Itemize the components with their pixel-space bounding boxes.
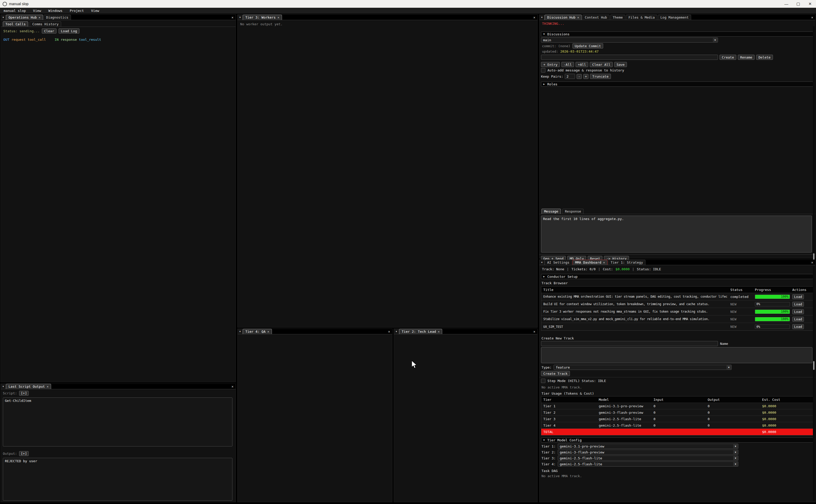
- tab-list-icon[interactable]: ▼: [539, 260, 545, 265]
- discussions-section-header[interactable]: ▼ Discussions: [541, 31, 813, 37]
- output-textarea[interactable]: REJECTED by user: [3, 458, 232, 501]
- tab-tier2-tech-lead[interactable]: Tier 2: Tech Lead ×: [399, 329, 442, 334]
- panel-close-icon[interactable]: ✕: [533, 330, 535, 334]
- menu-item-manual-slop[interactable]: manual slop: [4, 9, 26, 13]
- update-commit-button[interactable]: Update Commit: [572, 43, 603, 48]
- track-row: UX_SIM_TEST NEW 0% Load: [541, 323, 814, 330]
- panel-close-icon[interactable]: ✕: [388, 330, 390, 334]
- panel-close-icon[interactable]: ✕: [811, 15, 813, 19]
- panel-close-icon[interactable]: ✕: [533, 15, 535, 19]
- tier1-model-select[interactable]: gemini-3.1-pro-preview ▼: [558, 444, 738, 449]
- load-button[interactable]: Load: [792, 309, 804, 314]
- usage-row: Tier 4 gemini-2.5-flash-lite 0 0 $0.0000: [541, 422, 814, 429]
- load-button[interactable]: Load: [792, 324, 804, 329]
- subtab-response[interactable]: Response: [562, 209, 584, 214]
- tier2-model-select[interactable]: gemini-3-flash-preview ▼: [558, 450, 738, 455]
- roles-section-header[interactable]: ▶ Roles: [541, 82, 813, 87]
- delete-button[interactable]: Delete: [756, 55, 773, 60]
- tab-list-icon[interactable]: ▼: [1, 384, 6, 389]
- close-icon[interactable]: ✕: [804, 0, 816, 8]
- tab-tier3-workers[interactable]: Tier 3: Workers ×: [243, 15, 282, 20]
- tier3-model-select[interactable]: gemini-2.5-flash-lite ▼: [558, 456, 738, 461]
- discussion-select[interactable]: main ▼: [541, 37, 718, 43]
- truncate-button[interactable]: Truncate: [590, 74, 611, 79]
- tab-list-icon[interactable]: ▼: [1, 15, 6, 20]
- message-textarea[interactable]: Read the first 10 lines of aggregate.py.: [541, 216, 812, 253]
- autoadd-checkbox[interactable]: [541, 68, 545, 72]
- track-type-select[interactable]: feature ▼: [554, 365, 732, 370]
- clear-all-button[interactable]: Clear All: [590, 62, 612, 67]
- script-textarea[interactable]: Get-ChildItem: [3, 397, 232, 446]
- save-button[interactable]: Save: [614, 62, 627, 67]
- create-button[interactable]: Create: [720, 55, 736, 60]
- add-entry-button[interactable]: + Entry: [541, 62, 560, 67]
- new-track-name-input[interactable]: [541, 341, 718, 346]
- cost-value: $0.0000: [616, 267, 630, 271]
- load-button[interactable]: Load: [792, 302, 804, 307]
- subtab-comms-history[interactable]: Comms History: [30, 21, 61, 27]
- expand-all-button[interactable]: +All: [576, 62, 588, 67]
- menu-item-project[interactable]: Project: [70, 9, 84, 13]
- keep-pairs-input[interactable]: [565, 74, 575, 79]
- subtab-message[interactable]: Message: [542, 209, 561, 214]
- tab-files-media[interactable]: Files & Media: [626, 15, 657, 20]
- menu-item-view-2[interactable]: View: [91, 9, 99, 13]
- panel-close-icon[interactable]: ✕: [231, 385, 233, 388]
- window-title: manual slop: [9, 2, 29, 6]
- tab-discussion-hub[interactable]: Discussion Hub ×: [545, 15, 582, 20]
- new-track-desc-textarea[interactable]: [541, 347, 812, 363]
- menu-item-view[interactable]: View: [33, 9, 41, 13]
- track-title: Enhance existing MMA orchestration GUI: …: [541, 295, 728, 298]
- keep-pairs-minus-button[interactable]: -: [577, 74, 582, 79]
- menu-item-windows[interactable]: Windows: [48, 9, 62, 13]
- tab-close-icon[interactable]: ×: [277, 16, 279, 19]
- tab-tier4-qa[interactable]: Tier 4: QA ×: [243, 329, 272, 334]
- tab-list-icon[interactable]: ▼: [539, 15, 545, 20]
- tab-mma-dashboard[interactable]: MMA Dashboard ×: [572, 260, 608, 265]
- subtab-tool-calls[interactable]: Tool Calls: [3, 21, 28, 27]
- load-button[interactable]: Load: [792, 294, 804, 299]
- tab-close-icon[interactable]: ×: [267, 330, 269, 334]
- tab-close-icon[interactable]: ×: [577, 16, 579, 19]
- script-expand-button[interactable]: [+]: [19, 391, 29, 396]
- scrollbar-thumb[interactable]: [813, 361, 814, 370]
- tab-tier1-strategy[interactable]: Tier 1: Strategy: [608, 260, 645, 265]
- output-expand-button[interactable]: [+]: [19, 451, 29, 456]
- tab-context-hub[interactable]: Context Hub: [582, 15, 610, 20]
- legend-request: request tool_call: [11, 38, 46, 42]
- tier2-tech-lead-panel: ▼ Tier 2: Tech Lead × ✕: [394, 329, 538, 502]
- keep-pairs-label: Keep Pairs:: [541, 75, 563, 78]
- load-log-button[interactable]: Load Log: [59, 28, 79, 34]
- tab-list-icon[interactable]: ▼: [394, 329, 399, 334]
- clear-button[interactable]: Clear: [42, 28, 56, 34]
- create-track-button[interactable]: Create Track: [541, 371, 570, 376]
- minimize-icon[interactable]: —: [780, 0, 792, 8]
- maximize-icon[interactable]: ▢: [792, 0, 804, 8]
- tier-model-config-header[interactable]: ▼ Tier Model Config: [541, 437, 813, 443]
- tab-close-icon[interactable]: ×: [47, 385, 49, 388]
- panel-close-icon[interactable]: ✕: [231, 15, 233, 19]
- panel-close-icon[interactable]: ✕: [811, 261, 813, 264]
- collapse-all-button[interactable]: -All: [561, 62, 574, 67]
- vertical-scrollbar[interactable]: [813, 266, 815, 501]
- track-status-cell: NEW: [728, 302, 753, 306]
- vertical-scrollbar[interactable]: [813, 26, 815, 257]
- tab-list-icon[interactable]: ▼: [238, 15, 243, 20]
- tab-operations-hub[interactable]: Operations Hub ×: [6, 15, 43, 20]
- tab-list-icon[interactable]: ▼: [238, 329, 243, 334]
- tab-close-icon[interactable]: ×: [39, 16, 41, 19]
- tab-close-icon[interactable]: ×: [603, 261, 605, 264]
- discussion-name-input[interactable]: [541, 55, 718, 60]
- tab-last-script-output[interactable]: Last Script Output ×: [6, 384, 51, 389]
- tab-diagnostics[interactable]: Diagnostics: [44, 15, 71, 20]
- tab-theme[interactable]: Theme: [610, 15, 625, 20]
- tab-ai-settings[interactable]: AI Settings: [545, 260, 572, 265]
- keep-pairs-plus-button[interactable]: +: [583, 74, 588, 79]
- load-button[interactable]: Load: [792, 317, 804, 322]
- rename-button[interactable]: Rename: [738, 55, 755, 60]
- step-mode-checkbox[interactable]: [541, 379, 545, 383]
- conductor-setup-header[interactable]: ▶ Conductor Setup: [541, 274, 813, 279]
- tier4-model-select[interactable]: gemini-2.5-flash-lite ▼: [558, 461, 738, 467]
- tab-log-management[interactable]: Log Management: [658, 15, 691, 20]
- tab-close-icon[interactable]: ×: [438, 330, 440, 334]
